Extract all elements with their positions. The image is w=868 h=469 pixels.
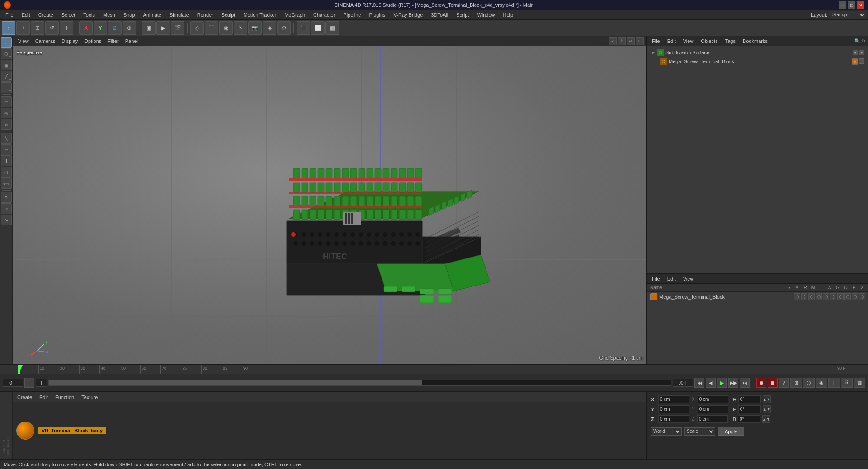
- om-objects-menu[interactable]: Objects: [699, 38, 719, 45]
- end-frame-input[interactable]: [673, 379, 693, 387]
- mat-view-menu[interactable]: View: [681, 275, 696, 282]
- question-btn[interactable]: ?: [779, 378, 789, 388]
- toolbar-scale-tool[interactable]: ⊞: [31, 21, 44, 35]
- menu-mograph[interactable]: MoGraph: [281, 11, 309, 19]
- menu-plugins[interactable]: Plugins: [365, 11, 389, 19]
- toolbar-camera[interactable]: 📷: [248, 21, 262, 35]
- toolbar-world[interactable]: ⊕: [123, 21, 136, 35]
- toolbar-render-picture[interactable]: 🎬: [171, 21, 184, 35]
- y-arrow-btn[interactable]: ▲▼: [763, 405, 771, 413]
- world-mode-select[interactable]: World Object: [651, 427, 682, 436]
- toolbar-lights[interactable]: ☀: [234, 21, 247, 35]
- toolbar-transform-tool[interactable]: ✛: [60, 21, 73, 35]
- x-arrow-btn[interactable]: ▲▼: [763, 395, 771, 403]
- h-rotation-input[interactable]: [738, 395, 761, 403]
- tl-extra-5[interactable]: ⠿: [841, 378, 853, 388]
- tool-select-rect[interactable]: ▭: [1, 96, 12, 107]
- mat-col-v[interactable]: ⬡: [801, 293, 807, 300]
- tool-polygon[interactable]: ▦▾: [1, 60, 12, 70]
- object-item-subdivision[interactable]: ▶ ⬡ Subdivision Surface ● ●: [649, 48, 866, 57]
- toolbar-wireframe[interactable]: ⬜: [311, 21, 325, 35]
- tl-extra-1[interactable]: ⊞: [790, 378, 802, 388]
- go-end-btn[interactable]: ⏭: [740, 378, 750, 388]
- canvas-area[interactable]: HITEC: [13, 46, 646, 364]
- menu-animate[interactable]: Animate: [140, 11, 165, 19]
- tool-knife[interactable]: ✂: [1, 144, 12, 155]
- menu-simulate[interactable]: Simulate: [166, 11, 193, 19]
- tool-edge[interactable]: ╱▾: [1, 71, 12, 82]
- menu-file[interactable]: File: [2, 11, 17, 19]
- om-tags-menu[interactable]: Tags: [723, 38, 737, 45]
- x-scale-input[interactable]: [698, 395, 728, 403]
- material-row-terminal[interactable]: Mega_Screw_Terminal_Block ⬡ ⬡ ⬡ ⬡ ⬡ ⬡ ⬡ …: [647, 292, 868, 302]
- mat-col-r[interactable]: ⬡: [808, 293, 815, 300]
- vp-menu-options[interactable]: Options: [81, 38, 104, 45]
- menu-snap[interactable]: Snap: [120, 11, 139, 19]
- om-view-menu[interactable]: View: [681, 38, 696, 45]
- record-btn[interactable]: ⏺: [756, 378, 766, 388]
- om-edit-menu[interactable]: Edit: [665, 38, 678, 45]
- toolbar-render-active[interactable]: ▶: [156, 21, 170, 35]
- menu-window[interactable]: Window: [473, 11, 498, 19]
- play-forward-btn[interactable]: ▶▶: [728, 378, 738, 388]
- menu-edit[interactable]: Edit: [18, 11, 34, 19]
- layout-select[interactable]: Startup: [830, 11, 866, 19]
- vp-corner-btn-2[interactable]: ⇕: [618, 37, 626, 45]
- toolbar-add-tool[interactable]: +: [16, 21, 30, 35]
- b-rotation-input[interactable]: [738, 415, 760, 423]
- mat-col-e[interactable]: ⬡: [852, 293, 858, 300]
- menu-sculpt[interactable]: Sculpt: [218, 11, 239, 19]
- tl-extra-3[interactable]: ◉: [816, 378, 827, 388]
- mat-edit-menu[interactable]: Edit: [665, 275, 678, 282]
- vp-menu-view[interactable]: View: [15, 38, 32, 45]
- mat-col-m[interactable]: ⬡: [816, 293, 822, 300]
- toolbar-z-axis[interactable]: Z: [108, 21, 122, 35]
- play-btn[interactable]: ▶: [717, 378, 727, 388]
- z-position-input[interactable]: [658, 415, 689, 423]
- p-rotation-input[interactable]: [738, 405, 761, 413]
- mat-col-d[interactable]: ⬡: [844, 293, 851, 300]
- toolbar-shading[interactable]: ⬛: [297, 21, 310, 35]
- tl-extra-4[interactable]: P: [828, 378, 840, 388]
- tool-point[interactable]: ·▾: [1, 82, 12, 93]
- menu-create[interactable]: Create: [35, 11, 57, 19]
- y-position-input[interactable]: [658, 405, 689, 413]
- mat-col-l[interactable]: ⬡: [823, 293, 829, 300]
- play-reverse-btn[interactable]: ◀: [706, 378, 716, 388]
- obj-visible-btn[interactable]: ●: [853, 50, 858, 55]
- vp-menu-panel[interactable]: Panel: [123, 38, 141, 45]
- tool-extrude[interactable]: ⬆: [1, 155, 12, 166]
- close-button[interactable]: ✕: [857, 1, 864, 9]
- vp-menu-filter[interactable]: Filter: [105, 38, 121, 45]
- tl-extra-6[interactable]: ▦: [854, 378, 865, 388]
- current-frame-input[interactable]: [3, 379, 23, 387]
- menu-script[interactable]: Script: [453, 11, 472, 19]
- obj-material-slot[interactable]: ■: [852, 58, 858, 65]
- mat-col-a[interactable]: ⬡: [830, 293, 836, 300]
- apply-button[interactable]: Apply: [718, 427, 744, 436]
- obj-edit-btn[interactable]: ●: [859, 50, 864, 55]
- maximize-button[interactable]: □: [848, 1, 855, 9]
- tool-brush[interactable]: ╲: [1, 133, 12, 144]
- z-arrow-btn[interactable]: ▲▼: [762, 415, 770, 423]
- toolbar-deformer[interactable]: ◈: [263, 21, 276, 35]
- toolbar-spline-tool[interactable]: ⌒: [205, 21, 218, 35]
- mat-ed-function[interactable]: Function: [53, 394, 76, 401]
- tool-bridge[interactable]: ⟺: [1, 178, 12, 189]
- menu-select[interactable]: Select: [58, 11, 79, 19]
- toolbar-x-axis[interactable]: X: [79, 21, 93, 35]
- om-bookmarks-menu[interactable]: Bookmarks: [741, 38, 769, 45]
- range-start-btn[interactable]: ⬛: [24, 378, 34, 388]
- menu-vray-bridge[interactable]: V-Ray Bridge: [390, 11, 427, 19]
- toolbar-render-region[interactable]: ▣: [142, 21, 156, 35]
- tool-select-free[interactable]: ⌀: [1, 119, 12, 130]
- toolbar-generator[interactable]: ⚙: [277, 21, 291, 35]
- mat-col-s[interactable]: ⬡: [794, 293, 800, 300]
- go-start-btn[interactable]: ⏮: [694, 378, 704, 388]
- scale-mode-select[interactable]: Scale Size: [684, 427, 715, 436]
- tool-spline[interactable]: ∿: [1, 215, 12, 225]
- menu-render[interactable]: Render: [193, 11, 217, 19]
- vp-menu-cameras[interactable]: Cameras: [33, 38, 58, 45]
- om-file-menu[interactable]: File: [650, 38, 662, 45]
- tl-extra-2[interactable]: ⬡: [803, 378, 815, 388]
